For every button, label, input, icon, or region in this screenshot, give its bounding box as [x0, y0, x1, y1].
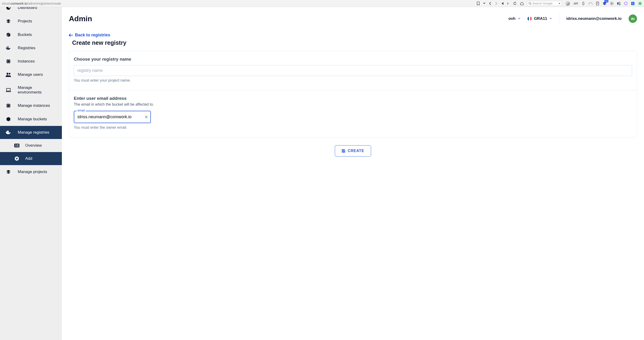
form-card: Choose your registry name You must enter… [69, 51, 637, 137]
clear-icon[interactable]: ✕ [144, 115, 148, 120]
sidebar-subitem-add[interactable]: Add [0, 152, 62, 165]
extension-icon-4[interactable] [610, 2, 614, 5]
extension-icon-6[interactable] [624, 2, 628, 5]
cube-icon [6, 32, 11, 37]
sidebar-item-manage-buckets[interactable]: Manage buckets [0, 112, 62, 126]
profile-avatar-icon[interactable] [565, 1, 570, 6]
sidebar-item-manage-users[interactable]: Manage users [0, 68, 62, 81]
svg-text:G: G [632, 2, 634, 5]
registry-name-input[interactable] [74, 65, 632, 76]
bookmark-icon[interactable] [476, 2, 480, 5]
arrow-left-icon [69, 34, 73, 37]
user-email: idriss.neumann@comwork.io [566, 16, 622, 21]
extension-icon-badge[interactable] [602, 2, 607, 5]
svg-rect-23 [7, 132, 8, 133]
docker-icon [6, 46, 11, 50]
laptop-icon [6, 88, 11, 92]
svg-point-18 [9, 73, 10, 75]
git-extension-icon[interactable]: .GIT [573, 2, 578, 5]
extension-icon-2[interactable] [588, 2, 593, 5]
svg-rect-24 [8, 132, 9, 133]
sidebar-item-label: Manage users [18, 72, 43, 77]
extension-icon-1[interactable] [582, 2, 585, 5]
extension-icon-7[interactable]: G [631, 2, 635, 5]
sidebar-item-manage-projects[interactable]: Manage projects [0, 165, 62, 179]
sidebar-item-label: Manage buckets [18, 117, 47, 122]
registry-name-title: Choose your registry name [74, 57, 632, 62]
sidebar-subitem-overview[interactable]: Overview [0, 139, 62, 152]
sidebar-item-buckets[interactable]: Buckets [0, 28, 62, 41]
layers-icon [6, 19, 11, 24]
divider [559, 14, 559, 23]
registry-name-helper: You must enter your project name. [74, 78, 632, 83]
sidebar-item-manage-instances[interactable]: Manage instances [0, 99, 62, 112]
cpu-icon [6, 59, 11, 64]
email-input[interactable] [74, 111, 151, 123]
list-icon [14, 144, 20, 147]
sidebar-item-projects[interactable]: Projects [0, 14, 62, 28]
page-title: Admin [69, 14, 92, 23]
svg-rect-25 [7, 131, 8, 132]
svg-rect-33 [16, 146, 19, 147]
home-icon[interactable] [520, 2, 524, 5]
chevron-down-icon[interactable] [483, 2, 486, 4]
create-button[interactable]: CREATE [335, 145, 371, 157]
nav-forward-icon[interactable] [495, 2, 498, 5]
user-avatar[interactable]: IN [628, 14, 637, 23]
provider-select[interactable]: ovh [508, 16, 520, 21]
svg-rect-10 [6, 47, 7, 48]
svg-point-17 [6, 73, 8, 75]
main-content: Admin ovh GRA11 idriss.neumann [62, 7, 644, 340]
svg-point-3 [611, 3, 612, 4]
sidebar-item-label: Projects [18, 19, 32, 23]
back-to-registries-link[interactable]: Back to registries [69, 33, 637, 37]
svg-rect-22 [6, 132, 7, 133]
sidebar-subitem-label: Add [25, 156, 32, 161]
sidebar-item-label: Manage projects [18, 170, 47, 174]
browser-search-box[interactable]: Search Google [527, 1, 562, 6]
sidebar-item-label: Registries [18, 46, 36, 50]
email-field-label: email [76, 109, 86, 112]
extension-icon-5[interactable] [617, 2, 621, 5]
svg-rect-6 [619, 4, 620, 5]
svg-rect-14 [8, 46, 9, 47]
dashboard-icon [6, 7, 11, 10]
save-icon [342, 149, 345, 153]
sidebar-item-label: Manage environments [18, 85, 56, 95]
sidebar-item-manage-environments[interactable]: Manage environments [0, 81, 62, 99]
sidebar: Dashboard Projects Buckets Registries In… [0, 7, 62, 340]
nav-back-icon[interactable] [489, 2, 492, 5]
region-select[interactable]: GRA11 [528, 16, 552, 21]
sidebar-item-registries[interactable]: Registries [0, 41, 62, 55]
sidebar-item-manage-registries[interactable]: Manage registries [0, 126, 62, 139]
svg-rect-13 [7, 46, 8, 47]
sidebar-subitem-label: Overview [25, 143, 42, 148]
sidebar-item-label: Buckets [18, 32, 32, 37]
sidebar-item-label: Instances [18, 59, 35, 64]
skip-forward-icon[interactable] [507, 2, 510, 5]
svg-rect-30 [15, 145, 16, 146]
browser-url: cloud.comwork.io/admin/registries/create [2, 2, 61, 5]
svg-rect-32 [15, 146, 16, 147]
svg-rect-16 [8, 61, 9, 62]
email-section-sub: The email in which the bucket will be af… [74, 102, 632, 107]
france-flag-icon [528, 16, 532, 21]
extension-icon-8[interactable] [638, 1, 642, 5]
cube-icon [6, 117, 11, 122]
skip-back-icon[interactable] [501, 2, 504, 5]
email-helper: You must enter the owner email. [74, 126, 632, 130]
plus-circle-icon [14, 156, 20, 161]
sidebar-item-dashboard[interactable]: Dashboard [0, 7, 62, 14]
svg-rect-29 [16, 144, 19, 145]
users-icon [6, 72, 11, 77]
svg-rect-4 [617, 2, 618, 5]
sidebar-item-instances[interactable]: Instances [0, 55, 62, 68]
docker-icon [6, 130, 11, 135]
chevron-down-icon [550, 18, 552, 19]
svg-rect-28 [15, 144, 16, 145]
email-section-title: Enter user email address [74, 96, 632, 101]
svg-rect-31 [16, 145, 19, 146]
extension-icon-3[interactable] [596, 2, 599, 5]
reload-icon[interactable] [513, 2, 517, 5]
svg-rect-21 [8, 105, 9, 106]
